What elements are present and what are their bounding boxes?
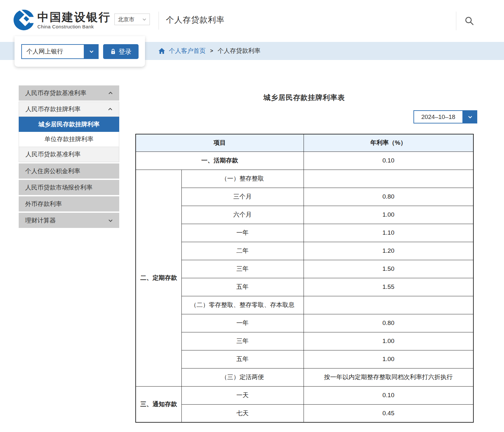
- sidebar-item-label: 人民币存款挂牌利率: [25, 105, 81, 113]
- date-select-caret[interactable]: [463, 110, 477, 123]
- sidebar-item-label: 人民币贷款基准利率: [25, 150, 81, 159]
- table-cell-rate: 0.45: [304, 404, 473, 422]
- sidebar-item-corporate-deposit-rates[interactable]: 单位存款挂牌利率: [19, 132, 119, 147]
- bank-logo-text: 中国建设银行 China Construction Bank: [37, 11, 111, 29]
- table-header-row: 项目 年利率（%）: [136, 134, 473, 152]
- date-select-value: 2024–10–18: [413, 110, 463, 123]
- sidebar-item-urban-rural-resident-rates[interactable]: 城乡居民存款挂牌利率: [19, 117, 119, 132]
- table-cell-rate: 0.10: [304, 152, 473, 170]
- table-cell-rate: 1.55: [304, 278, 473, 296]
- sidebar-item-finance-calculator[interactable]: 理财计算器: [19, 213, 119, 228]
- table-cell-item: 二年: [181, 242, 304, 260]
- table-row: 一年 0.80: [136, 314, 473, 332]
- page: 中国建设银行 China Construction Bank 北京市 个人存贷款…: [0, 0, 504, 432]
- table-cell-rate: 1.00: [304, 350, 473, 368]
- ccb-logo-icon: [13, 9, 35, 31]
- chevron-up-icon: [107, 106, 113, 112]
- sidebar-item-foreign-currency-deposit[interactable]: 外币存款利率: [19, 196, 119, 211]
- table-cell-item: （二）零存整取、整存零取、存本取息: [181, 296, 304, 314]
- chevron-down-icon: [88, 48, 95, 55]
- table-cell-item: （一）整存整取: [181, 170, 304, 188]
- table-cell-item: 五年: [181, 350, 304, 368]
- table-cell-rate: 1.10: [304, 224, 473, 242]
- table-cell-item: 一年: [181, 224, 304, 242]
- table-header-rate: 年利率（%）: [304, 134, 473, 152]
- bank-name-cn: 中国建设银行: [37, 11, 111, 23]
- sidebar-item-label: 人民币贷款市场报价利率: [25, 183, 92, 192]
- table-cell-item: 三个月: [181, 188, 304, 206]
- chevron-up-icon: [108, 90, 113, 96]
- sidebar-item-label: 人民币存贷款基准利率: [25, 89, 86, 97]
- table-row: 二、定期存款 （一）整存整取: [136, 170, 473, 188]
- breadcrumb: 个人客户首页 > 个人存贷款利率: [158, 42, 260, 60]
- table-row: 三年 1.50: [136, 260, 473, 278]
- table-cell-item: 一年: [181, 314, 304, 332]
- chevron-down-icon: [108, 218, 113, 223]
- table-cell-item: 一、活期存款: [136, 152, 304, 170]
- table-cell-rate: 1.20: [304, 242, 473, 260]
- table-cell-item: （三）定活两便: [181, 368, 304, 386]
- table-row: 一年 1.10: [136, 224, 473, 242]
- table-row: 五年 1.55: [136, 278, 473, 296]
- table-cell-item: 三年: [181, 260, 304, 278]
- table-cell-rate: 0.10: [304, 386, 473, 404]
- table-row: 三年 1.00: [136, 332, 473, 350]
- breadcrumb-separator: >: [210, 48, 213, 54]
- header-right-divider: [456, 12, 456, 30]
- table-cell-rate: 按一年以内定期整存整取同档次利率打六折执行: [304, 368, 473, 386]
- bank-logo[interactable]: 中国建设银行 China Construction Bank: [13, 9, 111, 31]
- table-cell-rate: 0.80: [304, 188, 473, 206]
- login-button[interactable]: 登录: [103, 44, 139, 59]
- table-cell-group: 二、定期存款: [136, 170, 181, 386]
- table-cell-item: 六个月: [181, 206, 304, 224]
- table-cell-rate: [304, 296, 473, 314]
- table-cell-item: 五年: [181, 278, 304, 296]
- chevron-down-icon: [467, 114, 473, 120]
- region-select-value: 北京市: [118, 16, 134, 23]
- sidebar-item-label: 单位存款挂牌利率: [44, 135, 93, 143]
- table-row: 一、活期存款 0.10: [136, 152, 473, 170]
- table-row: 二年 1.20: [136, 242, 473, 260]
- login-panel: 个人网上银行 登录: [15, 36, 145, 67]
- region-select[interactable]: 北京市: [114, 14, 150, 25]
- sidebar-item-label: 个人住房公积金利率: [25, 167, 80, 175]
- table-row: 七天 0.45: [136, 404, 473, 422]
- table-cell-item: 一天: [181, 386, 304, 404]
- table-row: 三、通知存款 一天 0.10: [136, 386, 473, 404]
- page-title: 个人存贷款利率: [166, 15, 225, 25]
- table-cell-group: 三、通知存款: [136, 386, 181, 422]
- banking-channel-caret[interactable]: [84, 44, 99, 59]
- table-cell-rate: 0.80: [304, 314, 473, 332]
- table-row: 三个月 0.80: [136, 188, 473, 206]
- search-button[interactable]: [462, 14, 477, 28]
- sidebar-item-rmb-benchmark-loan[interactable]: 人民币贷款基准利率: [19, 147, 119, 162]
- login-button-label: 登录: [119, 47, 131, 56]
- table-cell-item: 三年: [181, 332, 304, 350]
- sidebar-item-rmb-listed-deposit[interactable]: 人民币存款挂牌利率: [19, 102, 119, 117]
- bank-name-en: China Construction Bank: [37, 24, 111, 29]
- table-row: （三）定活两便 按一年以内定期整存整取同档次利率打六折执行: [136, 368, 473, 386]
- sidebar-nav: 人民币存贷款基准利率 人民币存款挂牌利率 城乡居民存款挂牌利率 单位存款挂牌利率…: [19, 85, 119, 229]
- table-cell-rate: 1.00: [304, 206, 473, 224]
- table-row: 五年 1.00: [136, 350, 473, 368]
- date-select[interactable]: 2024–10–18: [413, 110, 477, 123]
- top-header: 中国建设银行 China Construction Bank 北京市 个人存贷款…: [0, 0, 504, 42]
- table-row: 六个月 1.00: [136, 206, 473, 224]
- sidebar-item-rmb-benchmark-deposit-loan[interactable]: 人民币存贷款基准利率: [19, 85, 119, 101]
- deposit-rates-table: 项目 年利率（%） 一、活期存款 0.10 二、定期存款 （一）整存整取 三个月…: [135, 134, 474, 423]
- table-row: （二）零存整取、整存零取、存本取息: [136, 296, 473, 314]
- breadcrumb-home-link[interactable]: 个人客户首页: [169, 47, 206, 55]
- lock-icon: [110, 48, 116, 55]
- table-cell-rate: 1.00: [304, 332, 473, 350]
- sidebar-item-lpr[interactable]: 人民币贷款市场报价利率: [19, 180, 119, 195]
- search-icon: [464, 15, 475, 26]
- sidebar-item-housing-fund-rates[interactable]: 个人住房公积金利率: [19, 163, 119, 179]
- sidebar-item-label: 理财计算器: [25, 216, 56, 225]
- table-header-item: 项目: [136, 134, 304, 152]
- banking-channel-select[interactable]: 个人网上银行: [21, 44, 99, 59]
- banking-channel-value: 个人网上银行: [21, 44, 84, 59]
- sidebar-item-label: 城乡居民存款挂牌利率: [38, 120, 100, 129]
- table-cell-item: 七天: [181, 404, 304, 422]
- sidebar-item-label: 外币存款利率: [25, 200, 62, 208]
- table-title: 城乡居民存款挂牌利率表: [135, 93, 473, 103]
